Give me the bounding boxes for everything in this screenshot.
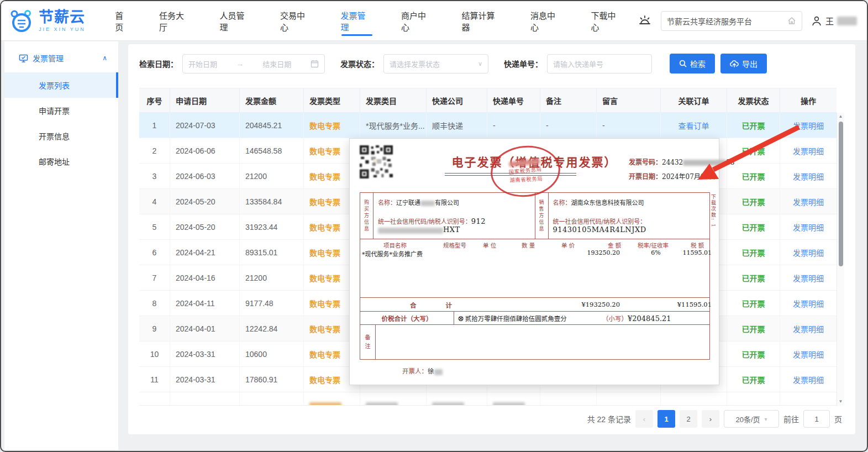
nav-item-首页[interactable]: 首页 xyxy=(101,1,145,41)
cell-date: 2024-06-06 xyxy=(170,138,240,163)
export-cloud-icon xyxy=(730,60,739,67)
cell-no xyxy=(139,392,170,406)
cell-remark xyxy=(540,392,597,406)
date-filter-label: 检索日期： xyxy=(139,58,178,69)
date-range-picker[interactable]: 开始日期 → 结束日期 xyxy=(182,54,325,73)
alarm-bell-icon[interactable] xyxy=(638,14,652,28)
table-row xyxy=(139,392,837,406)
date-end-placeholder: 结束日期 xyxy=(262,59,291,69)
invoice-detail-link[interactable]: 发票明细 xyxy=(793,171,824,182)
app-logo[interactable]: 节薪云 JIE XIN YUN xyxy=(9,8,101,34)
invoice-detail-link[interactable]: 发票明细 xyxy=(793,272,824,283)
cell-op: 发票明细 xyxy=(780,214,837,239)
invoice-parties: 购买方信息 名称：辽宁联通有限公司 统一社会信用代码/纳税人识别号：912HXT… xyxy=(360,192,710,239)
cell-status xyxy=(727,392,780,406)
nav-item-结算计算器[interactable]: 结算计算器 xyxy=(448,1,517,41)
nav-item-消息中心[interactable]: 消息中心 xyxy=(517,1,577,41)
sidebar-item-开票信息[interactable]: 开票信息 xyxy=(4,123,118,149)
invoice-detail-link[interactable]: 发票明细 xyxy=(793,222,824,233)
invoice-number-row: 发票号码：2443238 xyxy=(629,155,734,170)
cell-op: 发票明细 xyxy=(780,189,837,214)
invoice-items: 项目名称规格型号单 位数 量单 价金 额税率/征收率税 额 *现代服务*业务推广… xyxy=(360,239,710,297)
view-order-link[interactable]: 查看订单 xyxy=(678,120,709,131)
user-menu[interactable]: 王 xyxy=(811,15,857,27)
scroll-down-icon[interactable]: ▼ xyxy=(839,398,843,406)
invoice-detail-link[interactable]: 发票明细 xyxy=(793,247,824,258)
cell-op: 发票明细 xyxy=(780,316,837,341)
chevron-down-icon: ▾ xyxy=(765,416,767,422)
invoice-detail-link[interactable]: 发票明细 xyxy=(793,349,824,360)
invoice-detail-link[interactable]: 发票明细 xyxy=(793,298,824,309)
sidebar-item-申请开票[interactable]: 申请开票 xyxy=(4,98,118,123)
chevron-down-icon: ∨ xyxy=(478,60,482,67)
cell-message: - xyxy=(597,113,661,138)
nav-item-任务大厅[interactable]: 任务大厅 xyxy=(145,1,206,41)
date-start-placeholder: 开始日期 xyxy=(188,59,217,69)
buyer-section: 购买方信息 名称：辽宁联通有限公司 统一社会信用代码/纳税人识别号：912HXT xyxy=(360,193,535,239)
column-header-申请日期: 申请日期 xyxy=(170,88,240,112)
invoice-column-4: 单 价 xyxy=(561,241,575,249)
cell-no: 7 xyxy=(139,265,170,290)
sidebar-group-invoice[interactable]: 发票管理 ∧ xyxy=(4,41,118,72)
cell-courier xyxy=(427,392,487,406)
nav-item-商户中心[interactable]: 商户中心 xyxy=(387,1,448,41)
invoice-status-select[interactable]: 请选择发票状态 ∨ xyxy=(383,54,488,73)
invoice-detail-link[interactable]: 发票明细 xyxy=(793,145,824,156)
cell-op: 发票明细 xyxy=(780,164,837,188)
page-button-2[interactable]: 2 xyxy=(680,410,697,428)
nav-item-下载中心[interactable]: 下载中心 xyxy=(577,1,638,41)
sidebar: 发票管理 ∧ 发票列表申请开票开票信息邮寄地址 xyxy=(4,41,118,450)
cell-message xyxy=(597,392,661,406)
invoice-remark-box: 备注 xyxy=(360,325,710,360)
invoice-column-7: 税 额 xyxy=(691,241,704,249)
cell-category xyxy=(360,392,427,406)
invoice-detail-link[interactable]: 发票明细 xyxy=(793,374,824,385)
prev-page-button[interactable]: ‹ xyxy=(635,410,653,428)
tracking-number-input[interactable]: 请输入快递单号 xyxy=(547,54,652,73)
cell-status: 已开票 xyxy=(727,341,780,366)
invoice-issuer: 开票人：徐 xyxy=(402,366,443,375)
nav-item-交易中心[interactable]: 交易中心 xyxy=(266,1,327,41)
cell-status: 已开票 xyxy=(727,138,780,163)
cell-date: 2024-04-01 xyxy=(170,316,240,341)
cell-op: 发票明细 xyxy=(780,367,837,392)
cell-order xyxy=(661,392,727,406)
cell-date: 2024-03-31 xyxy=(170,367,240,392)
logo-subtext: JIE XIN YUN xyxy=(39,27,86,32)
column-header-发票类型: 发票类型 xyxy=(304,88,360,112)
pagination: 共 22 条记录 ‹ 12 › 20条/页 ▾ 前往 1 页 xyxy=(139,406,844,432)
invoice-column-2: 单 位 xyxy=(483,241,496,249)
tenant-selector[interactable]: 节薪云共享经济服务平台 xyxy=(661,11,802,31)
invoice-detail-link[interactable]: 发票明细 xyxy=(793,120,824,131)
goto-page-input[interactable]: 1 xyxy=(803,410,830,428)
cell-date: 2024-05-20 xyxy=(170,214,240,239)
cell-no: 5 xyxy=(139,214,170,239)
page-size-select[interactable]: 20条/页 ▾ xyxy=(724,410,779,428)
cell-date xyxy=(170,392,240,406)
column-header-留言: 留言 xyxy=(597,88,661,112)
invoice-detail-link[interactable]: 发票明细 xyxy=(793,323,824,334)
column-header-关联订单: 关联订单 xyxy=(661,88,727,112)
cell-amount: 10600 xyxy=(240,341,304,366)
cell-no: 9 xyxy=(139,316,170,341)
scroll-up-icon[interactable]: ▲ xyxy=(839,113,843,120)
sidebar-item-发票列表[interactable]: 发票列表 xyxy=(4,72,118,98)
tracking-filter-label: 快递单号： xyxy=(504,58,543,69)
nav-item-发票管理[interactable]: 发票管理 xyxy=(327,1,388,41)
export-button[interactable]: 导出 xyxy=(720,54,767,73)
page-button-1[interactable]: 1 xyxy=(657,410,675,428)
sidebar-item-邮寄地址[interactable]: 邮寄地址 xyxy=(4,149,118,174)
cell-amount: 21200 xyxy=(240,265,304,290)
search-button[interactable]: 检索 xyxy=(670,54,715,73)
table-scrollbar[interactable]: ▲ ▼ xyxy=(837,113,844,406)
scrollbar-thumb[interactable] xyxy=(839,122,843,266)
cell-amount: 12242.84 xyxy=(240,316,304,341)
tracking-placeholder: 请输入快递单号 xyxy=(553,59,603,69)
nav-item-人员管理[interactable]: 人员管理 xyxy=(206,1,267,41)
invoice-detail-link[interactable]: 发票明细 xyxy=(793,196,824,207)
cell-date: 2024-04-16 xyxy=(170,265,240,290)
user-avatar-icon xyxy=(811,15,822,27)
next-page-button[interactable]: › xyxy=(702,410,719,428)
cell-date: 2024-06-03 xyxy=(170,164,240,188)
column-header-发票类目: 发票类目 xyxy=(360,88,427,112)
